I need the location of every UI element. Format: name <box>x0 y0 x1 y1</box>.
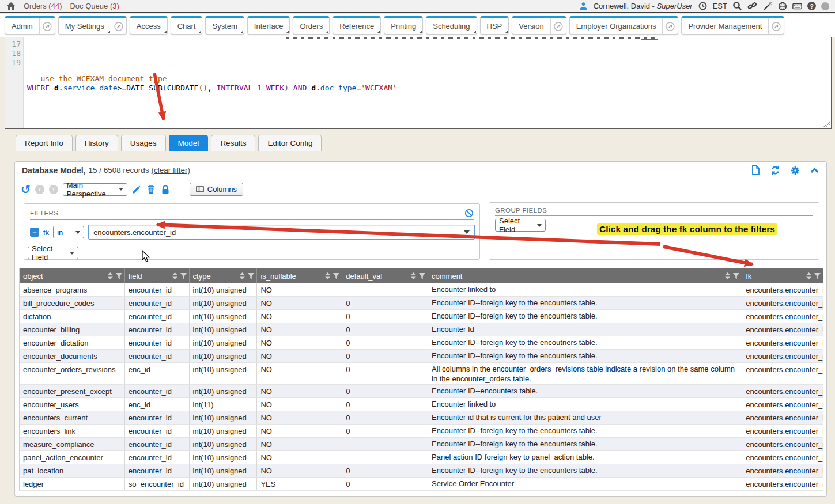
filter-funnel-icon[interactable] <box>248 273 254 279</box>
sort-icon[interactable] <box>725 272 730 279</box>
sort-icon[interactable] <box>806 272 811 279</box>
forward-icon[interactable]: › <box>49 185 58 194</box>
column-header-comment[interactable]: comment <box>428 268 742 283</box>
tab-results[interactable]: Results <box>211 135 255 151</box>
orders-link[interactable]: Orders (44) <box>24 2 62 10</box>
popout-button[interactable] <box>111 18 126 34</box>
perspective-select[interactable]: Main Perspective <box>63 183 127 196</box>
table-row[interactable]: measure_complianceencounter_idint(10) un… <box>20 438 823 451</box>
table-row[interactable]: bill_procedure_codesencounter_idint(10) … <box>20 297 823 310</box>
tab-model[interactable]: Model <box>169 135 209 151</box>
back-icon[interactable]: ‹ <box>35 185 44 194</box>
refresh-icon[interactable] <box>770 165 780 175</box>
tab-usages[interactable]: Usages <box>121 135 166 151</box>
popout-button[interactable] <box>39 18 55 34</box>
table-row[interactable]: encounter_usersenc_idint(11)NO0Encounter… <box>20 398 823 411</box>
filter-funnel-icon[interactable] <box>814 273 821 279</box>
tab-editor-config[interactable]: Editor Config <box>258 135 322 151</box>
filter-funnel-icon[interactable] <box>116 273 122 279</box>
clock-icon[interactable] <box>698 1 708 11</box>
filter-operator-select[interactable]: in <box>53 226 84 238</box>
table-row[interactable]: panel_action_encounterencounter_idint(10… <box>20 451 823 464</box>
filter-value-combobox[interactable]: encounters.encounter_id <box>88 225 475 240</box>
table-row[interactable]: encounter_dictationencounter_idint(10) u… <box>20 336 823 350</box>
sort-icon[interactable] <box>325 272 330 279</box>
cell-object: encounter_present_except <box>20 385 125 397</box>
cell-fk: encounters.encounter_id <box>742 283 823 296</box>
table-row[interactable]: encounter_orders_revisionsenc_idint(10) … <box>20 363 823 385</box>
nav-tab-orders[interactable]: Orders <box>293 16 330 35</box>
table-row[interactable]: absence_programsencounter_idint(10) unsi… <box>20 283 823 297</box>
nav-tab-admin[interactable]: Admin <box>5 16 55 35</box>
table-row[interactable]: ledgerso_encounter_idint(10) unsignedYES… <box>20 478 823 491</box>
sort-icon[interactable] <box>172 272 177 279</box>
trash-icon[interactable] <box>146 184 156 194</box>
globe-icon[interactable] <box>777 1 787 11</box>
nav-tab-version[interactable]: Version <box>512 16 566 35</box>
presence-icon[interactable] <box>821 2 829 10</box>
sort-icon[interactable] <box>411 272 416 279</box>
lock-icon[interactable] <box>161 184 171 194</box>
table-row[interactable]: encounter_billingencounter_idint(10) uns… <box>20 323 823 336</box>
help-icon[interactable]: ? <box>807 2 816 10</box>
clear-filter-link[interactable]: (clear filter) <box>152 166 191 175</box>
nav-tab-access[interactable]: Access <box>130 16 168 35</box>
table-row[interactable]: encounter_present_exceptencounter_idint(… <box>20 385 823 398</box>
nav-tab-provider-management[interactable]: Provider Management <box>681 16 784 35</box>
home-icon[interactable] <box>6 1 16 11</box>
record-count: 15 / 6508 records <box>88 166 149 175</box>
nav-tab-system[interactable]: System <box>205 16 244 35</box>
editor-code[interactable]: -- use the WCEXAM document typeWHERE d.s… <box>24 37 831 128</box>
sql-editor[interactable]: 171819 -- use the WCEXAM document typeWH… <box>5 37 832 129</box>
user-name[interactable]: Cornewell, David - SuperUser <box>594 2 693 10</box>
nav-tab-scheduling[interactable]: Scheduling <box>426 16 477 35</box>
popout-button[interactable] <box>768 18 784 34</box>
column-header-field[interactable]: field <box>125 268 190 283</box>
popout-button[interactable] <box>662 18 678 34</box>
tab-history[interactable]: History <box>75 135 118 151</box>
filter-funnel-icon[interactable] <box>180 273 187 279</box>
nav-tab-reference[interactable]: Reference <box>333 16 381 35</box>
edit-pencil-icon[interactable] <box>132 184 142 194</box>
table-row[interactable]: encounters_linkencounter_idint(10) unsig… <box>20 425 823 438</box>
collapse-icon[interactable] <box>810 165 819 175</box>
add-filter-field-select[interactable]: Select Field <box>28 247 78 259</box>
column-header-fk[interactable]: fk <box>742 268 823 283</box>
slash-circle-icon[interactable] <box>464 208 474 218</box>
doc-queue-link[interactable]: Doc Queue (3) <box>70 2 119 10</box>
filter-funnel-icon[interactable] <box>333 273 339 279</box>
table-row[interactable]: dictationencounter_idint(10) unsignedNO0… <box>20 310 823 323</box>
nav-tab-chart[interactable]: Chart <box>171 16 203 35</box>
tab-report-info[interactable]: Report Info <box>16 135 73 151</box>
table-row[interactable]: encounter_documentsencounter_idint(10) u… <box>20 350 823 363</box>
remove-filter-button[interactable]: − <box>30 228 39 237</box>
table-row[interactable]: pat_locationencounter_idint(10) unsigned… <box>20 464 823 478</box>
cell-ctype: int(10) unsigned <box>190 478 258 490</box>
nav-tab-hsp[interactable]: HSP <box>480 16 509 35</box>
undo-icon[interactable]: ↺ <box>21 184 31 195</box>
group-field-select[interactable]: Select Field <box>495 219 546 232</box>
cell-field: encounter_id <box>125 385 190 397</box>
search-icon[interactable] <box>732 1 742 11</box>
columns-button[interactable]: Columns <box>190 183 243 196</box>
link-icon[interactable] <box>747 1 757 11</box>
column-header-object[interactable]: object <box>20 268 125 283</box>
filter-funnel-icon[interactable] <box>419 273 425 279</box>
sort-icon[interactable] <box>240 272 245 279</box>
nav-tab-interface[interactable]: Interface <box>247 16 290 35</box>
column-header-default-val[interactable]: default_val <box>342 268 428 283</box>
keyboard-icon[interactable] <box>792 1 802 11</box>
sort-icon[interactable] <box>108 272 113 279</box>
nav-tab-employer-organizations[interactable]: Employer Organizations <box>569 16 679 35</box>
new-document-icon[interactable] <box>751 165 761 175</box>
gear-icon[interactable] <box>790 165 800 175</box>
nav-tab-my-settings[interactable]: My Settings <box>58 16 127 35</box>
popout-button[interactable] <box>550 18 566 34</box>
column-header-ctype[interactable]: ctype <box>190 268 258 283</box>
cell-is_nullable: NO <box>257 297 342 309</box>
table-row[interactable]: encounters_currentencounter_idint(10) un… <box>20 411 823 425</box>
nav-tab-printing[interactable]: Printing <box>384 16 423 35</box>
column-header-is-nullable[interactable]: is_nullable <box>257 268 342 283</box>
filter-funnel-icon[interactable] <box>733 273 739 279</box>
wand-icon[interactable] <box>762 1 772 11</box>
